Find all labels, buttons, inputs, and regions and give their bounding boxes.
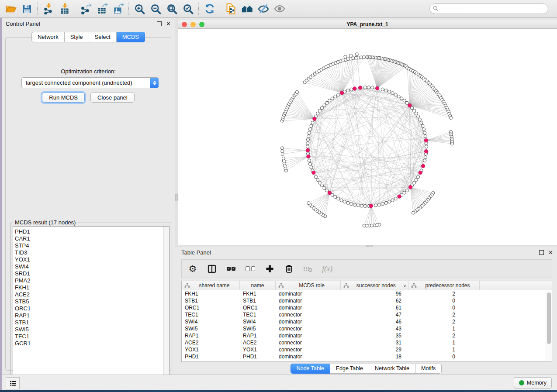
cell-mcds_role[interactable]: dominator bbox=[276, 291, 341, 297]
float-panel-icon[interactable] bbox=[157, 21, 162, 26]
cell-shared_name[interactable]: SWI4 bbox=[182, 319, 240, 325]
mcds-result-item[interactable]: RAP1 bbox=[13, 312, 169, 319]
mcds-result-list[interactable]: PHD1CAR1STP4TID3YOX1SWI4SRD1PMA2FKH1ACE2… bbox=[13, 226, 170, 385]
cell-predecessor_nodes[interactable]: 0 bbox=[408, 305, 480, 311]
cell-name[interactable]: FKH1 bbox=[240, 291, 276, 297]
table-row[interactable]: YOX1YOX1connector291 bbox=[182, 346, 552, 353]
network-canvas[interactable] bbox=[178, 29, 557, 245]
cell-shared_name[interactable]: TEC1 bbox=[182, 312, 240, 318]
cell-shared_name[interactable]: RAP1 bbox=[182, 333, 240, 339]
import-table-button[interactable] bbox=[56, 1, 73, 16]
cell-predecessor_nodes[interactable]: 1 bbox=[408, 326, 480, 332]
cell-predecessor_nodes[interactable]: 1 bbox=[408, 340, 480, 346]
cell-shared_name[interactable]: ORC1 bbox=[182, 305, 240, 311]
cell-predecessor_nodes[interactable]: 0 bbox=[408, 298, 480, 304]
cell-predecessor_nodes[interactable]: 2 bbox=[408, 291, 480, 297]
cell-mcds_role[interactable]: dominator bbox=[276, 319, 341, 325]
table-row[interactable]: ACE2ACE2connector311 bbox=[182, 339, 552, 346]
export-image-button[interactable] bbox=[110, 1, 126, 16]
cell-successor_nodes[interactable]: 43 bbox=[341, 326, 408, 332]
cell-predecessor_nodes[interactable]: 2 bbox=[408, 333, 480, 339]
mcds-result-item[interactable]: ACE2 bbox=[13, 291, 169, 298]
mcds-result-item[interactable]: PHD1 bbox=[13, 228, 169, 235]
cell-shared_name[interactable]: PHD1 bbox=[182, 354, 240, 360]
cell-predecessor_nodes[interactable]: 2 bbox=[408, 319, 480, 325]
select-all-columns-button[interactable]: ✓ ✓ bbox=[226, 264, 236, 274]
list-scrollbar[interactable] bbox=[163, 227, 169, 385]
cell-successor_nodes[interactable]: 29 bbox=[341, 347, 408, 353]
tab-edge-table[interactable]: Edge Table bbox=[330, 364, 369, 374]
zoom-in-button[interactable] bbox=[131, 1, 148, 16]
table-row[interactable]: RAP1RAP1dominator352 bbox=[182, 332, 552, 339]
mcds-result-item[interactable]: PMA2 bbox=[13, 277, 169, 284]
cell-shared_name[interactable]: STB1 bbox=[182, 298, 240, 304]
cell-successor_nodes[interactable]: 31 bbox=[341, 340, 408, 346]
cell-name[interactable]: SWI4 bbox=[240, 319, 276, 325]
table-row[interactable]: FKH1FKH1dominator962 bbox=[182, 290, 552, 297]
tab-network[interactable]: Network bbox=[31, 32, 65, 42]
cell-shared_name[interactable]: FKH1 bbox=[182, 291, 240, 297]
cell-name[interactable]: ACE2 bbox=[240, 340, 276, 346]
zoom-selected-button[interactable] bbox=[180, 1, 196, 16]
show-graphics-details-button[interactable] bbox=[271, 1, 287, 16]
mcds-result-item[interactable]: TEC1 bbox=[13, 333, 169, 340]
mcds-result-item[interactable]: FKH1 bbox=[13, 284, 169, 291]
table-row[interactable]: SWI4SWI4dominator462 bbox=[182, 318, 552, 325]
cell-mcds_role[interactable]: dominator bbox=[276, 305, 341, 311]
cell-shared_name[interactable]: ACE2 bbox=[182, 340, 240, 346]
scrollbar-thumb[interactable] bbox=[547, 292, 551, 344]
cell-mcds_role[interactable]: connector bbox=[276, 347, 341, 353]
tab-network-table[interactable]: Network Table bbox=[369, 364, 415, 374]
clone-network-button[interactable] bbox=[223, 1, 239, 16]
cell-name[interactable]: RAP1 bbox=[240, 333, 276, 339]
export-network-button[interactable] bbox=[78, 1, 94, 16]
cell-successor_nodes[interactable]: 35 bbox=[341, 333, 408, 339]
cell-name[interactable]: SWI5 bbox=[240, 326, 276, 332]
add-column-button[interactable] bbox=[265, 264, 274, 274]
show-columns-button[interactable] bbox=[207, 264, 217, 274]
mcds-result-item[interactable]: ORC1 bbox=[13, 305, 169, 312]
cell-mcds_role[interactable]: dominator bbox=[276, 298, 341, 304]
mcds-result-item[interactable]: STB1 bbox=[13, 319, 169, 326]
optimization-criterion-select[interactable]: largest connected component (undirected) bbox=[21, 77, 159, 88]
mcds-result-item[interactable]: YOX1 bbox=[13, 256, 169, 263]
cell-mcds_role[interactable]: dominator bbox=[276, 333, 341, 339]
cell-shared_name[interactable]: SWI5 bbox=[182, 326, 240, 332]
cell-mcds_role[interactable]: connector bbox=[276, 340, 341, 346]
mcds-result-item[interactable]: SWI4 bbox=[13, 263, 169, 270]
close-panel-icon[interactable]: ✕ bbox=[548, 250, 553, 255]
column-header-successor-nodes[interactable]: successor nodes∨ bbox=[341, 281, 408, 290]
cell-predecessor_nodes[interactable]: 0 bbox=[408, 354, 480, 360]
hide-graphics-details-button[interactable] bbox=[255, 1, 271, 16]
table-row[interactable]: TEC1TEC1connector472 bbox=[182, 311, 552, 318]
mcds-result-item[interactable]: CAR1 bbox=[13, 235, 169, 242]
cell-name[interactable]: TEC1 bbox=[240, 312, 276, 318]
table-settings-gear-button[interactable]: ⚙ bbox=[188, 264, 197, 274]
cell-mcds_role[interactable]: connector bbox=[276, 326, 341, 332]
zoom-out-button[interactable] bbox=[148, 1, 164, 16]
table-row[interactable]: STB1STB1dominator620 bbox=[182, 297, 552, 304]
table-row[interactable]: ORC1ORC1dominator610 bbox=[182, 304, 552, 311]
import-network-button[interactable] bbox=[40, 1, 56, 16]
tab-select[interactable]: Select bbox=[89, 32, 117, 42]
cell-successor_nodes[interactable]: 61 bbox=[341, 305, 408, 311]
cell-successor_nodes[interactable]: 96 bbox=[341, 291, 408, 297]
open-file-button[interactable] bbox=[3, 1, 19, 16]
mcds-result-item[interactable]: TID3 bbox=[13, 249, 169, 256]
cell-predecessor_nodes[interactable]: 1 bbox=[408, 347, 480, 353]
mcds-result-item[interactable]: STB5 bbox=[13, 298, 169, 305]
tab-node-table[interactable]: Node Table bbox=[291, 364, 330, 374]
save-session-button[interactable] bbox=[19, 1, 35, 16]
mcds-result-item[interactable]: SWI5 bbox=[13, 326, 169, 333]
unselect-all-columns-button[interactable] bbox=[246, 264, 255, 274]
run-mcds-button[interactable]: Run MCDS bbox=[42, 93, 85, 103]
cell-name[interactable]: YOX1 bbox=[240, 347, 276, 353]
column-header-shared-name[interactable]: shared name bbox=[182, 281, 240, 290]
refresh-layout-button[interactable] bbox=[201, 1, 218, 16]
cell-successor_nodes[interactable]: 47 bbox=[341, 312, 408, 318]
zoom-fit-button[interactable] bbox=[164, 1, 180, 16]
table-row[interactable]: PHD1PHD1dominator180 bbox=[182, 353, 552, 360]
search-input[interactable] bbox=[429, 3, 548, 14]
cell-name[interactable]: PHD1 bbox=[240, 354, 276, 360]
cell-successor_nodes[interactable]: 62 bbox=[341, 298, 408, 304]
